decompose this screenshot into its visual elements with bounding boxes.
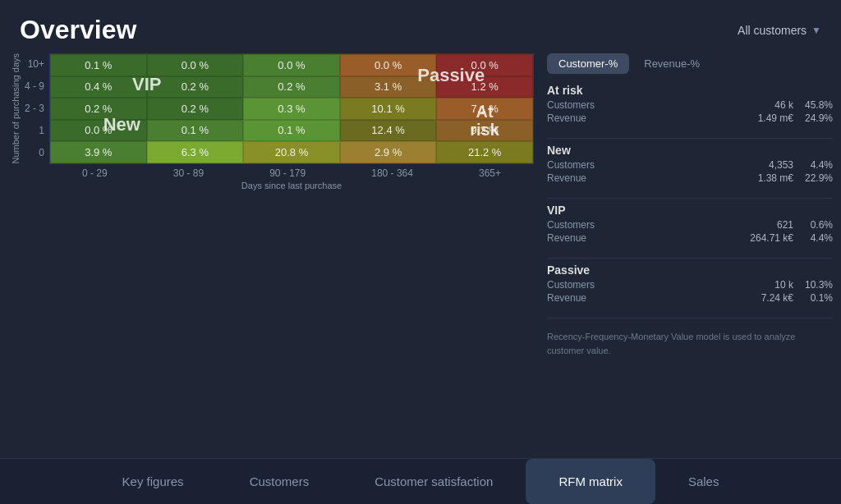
cell-4-2: 20.8 % — [243, 141, 340, 163]
right-panel: Customer-% Revenue-% At risk Customers 4… — [547, 53, 833, 357]
y-axis-label: Number of purchasing days — [8, 53, 23, 164]
x-axis-ticks: 0 - 29 30 - 89 90 - 179 180 - 364 365+ — [8, 164, 534, 179]
cell-3-4: 9.2 % — [436, 120, 533, 142]
cell-4-1: 6.3 % — [147, 141, 244, 163]
cell-3-0: 0.0 % — [50, 120, 147, 142]
new-customers-pct: 4.4% — [793, 159, 833, 171]
x-tick-180to364: 180 - 364 — [371, 167, 413, 179]
cell-1-3: 3.1 % — [340, 76, 437, 99]
at-risk-customers-pct: 45.8% — [793, 99, 833, 111]
cell-2-2: 0.3 % — [243, 98, 340, 120]
y-tick-2to3: 2 - 3 — [23, 98, 44, 120]
at-risk-customers-label: Customers — [547, 99, 744, 111]
chevron-down-icon: ▼ — [811, 25, 821, 36]
divider-4 — [547, 318, 833, 318]
matrix-row-1: 0.4 % 0.2 % 0.2 % 3.1 % 1.2 % — [50, 76, 533, 99]
cell-1-2: 0.2 % — [243, 76, 340, 99]
new-revenue-pct: 22.9% — [793, 172, 833, 184]
page-title: Overview — [20, 15, 136, 45]
stat-group-new: New Customers 4,353 4.4% Revenue 1.38 m€… — [547, 144, 833, 185]
cell-0-3: 0.0 % — [340, 54, 437, 76]
passive-revenue-row: Revenue 7.24 k€ 0.1% — [547, 291, 833, 305]
new-revenue-row: Revenue 1.38 m€ 22.9% — [547, 172, 833, 185]
y-tick-4to9: 4 - 9 — [23, 76, 44, 98]
x-tick-365plus: 365+ — [479, 167, 501, 179]
revenue-pct-toggle[interactable]: Revenue-% — [632, 53, 711, 74]
divider-3 — [547, 258, 833, 259]
passive-revenue-value: 7.24 k€ — [744, 292, 793, 304]
new-revenue-label: Revenue — [547, 172, 744, 184]
vip-revenue-value: 264.71 k€ — [744, 232, 793, 244]
cell-2-4: 7.1 % — [436, 98, 533, 120]
cell-3-1: 0.1 % — [147, 120, 244, 142]
cell-4-4: 21.2 % — [436, 141, 533, 163]
passive-stats-title: Passive — [547, 263, 833, 277]
nav-customers[interactable]: Customers — [217, 459, 342, 504]
matrix-grid: 0.1 % 0.0 % 0.0 % 0.0 % 0.0 % 0.4 % 0.2 … — [49, 53, 534, 164]
passive-revenue-pct: 0.1% — [793, 292, 833, 304]
cell-1-0: 0.4 % — [50, 76, 147, 99]
passive-customers-value: 10 k — [744, 279, 793, 291]
x-tick-90to179: 90 - 179 — [269, 167, 306, 179]
cell-2-3: 10.1 % — [340, 98, 437, 120]
cell-2-0: 0.2 % — [50, 98, 147, 120]
cell-1-4: 1.2 % — [436, 76, 533, 99]
cell-0-0: 0.1 % — [50, 54, 147, 76]
y-tick-0: 0 — [23, 142, 44, 164]
stat-group-at-risk: At risk Customers 46 k 45.8% Revenue 1.4… — [547, 84, 833, 125]
rfm-matrix: Number of purchasing days 10+ 4 - 9 2 - … — [8, 53, 534, 357]
cell-0-2: 0.0 % — [243, 54, 340, 76]
y-axis-ticks: 10+ 4 - 9 2 - 3 1 0 — [23, 53, 49, 164]
cell-3-2: 0.1 % — [243, 120, 340, 142]
x-axis-label: Days since last purchase — [8, 179, 534, 190]
cell-4-0: 3.9 % — [50, 141, 147, 163]
stats-section: At risk Customers 46 k 45.8% Revenue 1.4… — [547, 84, 833, 357]
y-tick-10plus: 10+ — [23, 53, 44, 76]
at-risk-customers-value: 46 k — [744, 99, 793, 111]
stat-group-vip: VIP Customers 621 0.6% Revenue 264.71 k€… — [547, 204, 833, 245]
nav-sales[interactable]: Sales — [655, 459, 752, 504]
at-risk-revenue-value: 1.49 m€ — [744, 112, 793, 124]
new-revenue-value: 1.38 m€ — [744, 172, 793, 184]
new-title: New — [547, 144, 833, 157]
new-customers-row: Customers 4,353 4.4% — [547, 158, 833, 172]
filter-dropdown[interactable]: All customers ▼ — [738, 24, 821, 37]
customer-pct-toggle[interactable]: Customer-% — [547, 53, 629, 74]
bottom-nav: Key figures Customers Customer satisfact… — [0, 458, 841, 504]
vip-revenue-label: Revenue — [547, 232, 744, 244]
vip-revenue-row: Revenue 264.71 k€ 4.4% — [547, 231, 833, 245]
cell-1-1: 0.2 % — [147, 76, 244, 99]
matrix-row-0: 0.1 % 0.0 % 0.0 % 0.0 % 0.0 % — [50, 54, 533, 76]
vip-stats-title: VIP — [547, 204, 833, 217]
matrix-row-2: 0.2 % 0.2 % 0.3 % 10.1 % 7.1 % — [50, 98, 533, 120]
new-customers-label: Customers — [547, 159, 744, 171]
at-risk-customers-row: Customers 46 k 45.8% — [547, 99, 833, 112]
cell-2-1: 0.2 % — [147, 98, 244, 120]
vip-customers-pct: 0.6% — [793, 219, 833, 231]
cell-3-3: 12.4 % — [340, 120, 437, 142]
x-tick-30to89: 30 - 89 — [173, 167, 204, 179]
nav-rfm-matrix[interactable]: RFM matrix — [526, 459, 655, 504]
nav-key-figures[interactable]: Key figures — [90, 459, 217, 504]
matrix-row-4: 3.9 % 6.3 % 20.8 % 2.9 % 21.2 % — [50, 141, 533, 163]
cell-0-4: 0.0 % — [436, 54, 533, 76]
vip-customers-value: 621 — [744, 219, 793, 231]
matrix-row-3: 0.0 % 0.1 % 0.1 % 12.4 % 9.2 % — [50, 120, 533, 142]
vip-revenue-pct: 4.4% — [793, 232, 833, 244]
passive-customers-label: Customers — [547, 279, 744, 291]
stat-group-passive: Passive Customers 10 k 10.3% Revenue 7.2… — [547, 263, 833, 305]
vip-customers-row: Customers 621 0.6% — [547, 218, 833, 231]
passive-customers-pct: 10.3% — [793, 279, 833, 291]
at-risk-revenue-pct: 24.9% — [793, 112, 833, 124]
divider-2 — [547, 198, 833, 199]
passive-customers-row: Customers 10 k 10.3% — [547, 278, 833, 291]
passive-revenue-label: Revenue — [547, 292, 744, 304]
nav-customer-satisfaction[interactable]: Customer satisfaction — [342, 459, 526, 504]
toggle-row: Customer-% Revenue-% — [547, 53, 833, 74]
at-risk-revenue-label: Revenue — [547, 112, 744, 124]
filter-label: All customers — [738, 24, 807, 37]
at-risk-revenue-row: Revenue 1.49 m€ 24.9% — [547, 112, 833, 125]
new-customers-value: 4,353 — [744, 159, 793, 171]
x-tick-0to29: 0 - 29 — [82, 167, 108, 179]
rfm-note: Recency-Frequency-Monetary Value model i… — [547, 330, 833, 357]
